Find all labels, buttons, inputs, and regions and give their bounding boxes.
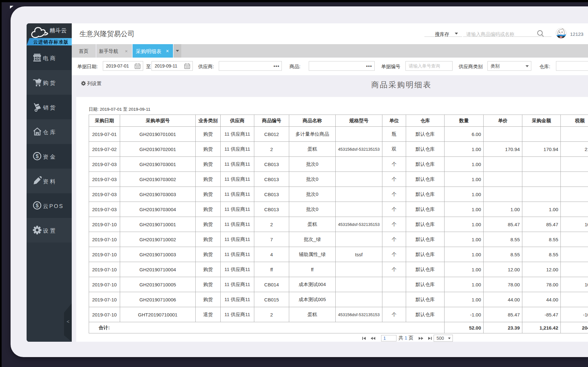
svg-text:$: $	[36, 203, 39, 209]
svg-text:$: $	[36, 153, 39, 159]
